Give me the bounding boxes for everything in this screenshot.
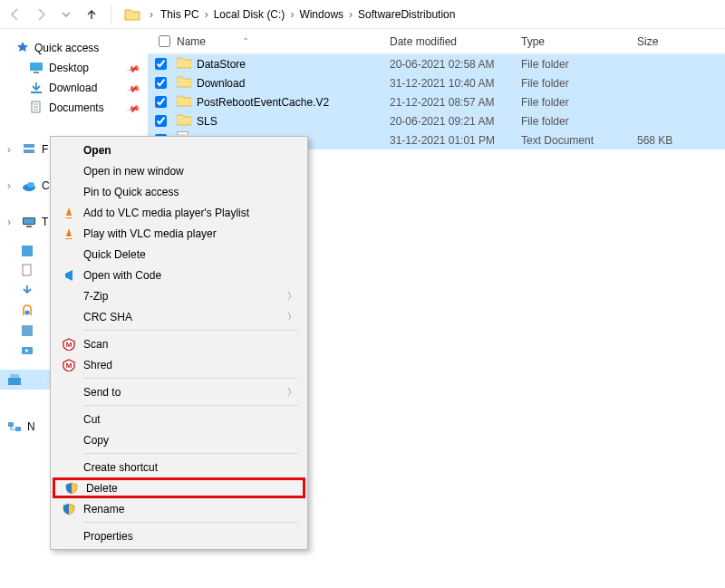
svg-rect-22 (10, 374, 19, 378)
svg-text:M: M (66, 361, 72, 370)
menu-item-add-to-vlc-media-player-s-playlist[interactable]: Add to VLC media player's Playlist (53, 202, 305, 223)
folder-icon (124, 6, 140, 23)
menu-item-crc-sha[interactable]: CRC SHA〉 (53, 306, 305, 327)
svg-rect-16 (23, 265, 31, 275)
shield-icon (63, 482, 81, 495)
menu-item-shred[interactable]: MShred (53, 354, 305, 375)
menu-item-label: Open (78, 144, 296, 157)
generic-icon (20, 284, 34, 298)
menu-item-label: 7-Zip (78, 290, 287, 303)
menu-item-play-with-vlc-media-player[interactable]: Play with VLC media player (53, 223, 305, 244)
row-checkbox[interactable] (155, 115, 167, 127)
sidebar-group-label: C (42, 179, 50, 192)
column-header-row: Name ⌃ Date modified Type Size (148, 29, 725, 54)
generic-icon (20, 244, 34, 258)
menu-item-label: Send to (78, 386, 287, 399)
select-all-checkbox[interactable] (159, 35, 170, 47)
file-type: File folder (521, 115, 630, 128)
submenu-arrow-icon: 〉 (287, 311, 296, 323)
sidebar-item-documents[interactable]: Documents📌 (0, 98, 148, 118)
generic-icon (20, 323, 34, 338)
svg-rect-14 (26, 226, 32, 227)
up-button[interactable] (80, 3, 103, 26)
menu-item-7-zip[interactable]: 7-Zip〉 (53, 285, 305, 306)
breadcrumb-item[interactable]: Local Disk (C:) (210, 5, 289, 24)
sidebar-group-label: T (42, 216, 48, 228)
chevron-right-icon: › (288, 8, 295, 21)
column-size[interactable]: Size (630, 35, 693, 48)
generic-icon (20, 264, 34, 278)
row-checkbox[interactable] (155, 58, 167, 70)
nav-row: › This PC›Local Disk (C:)›Windows›Softwa… (0, 0, 725, 29)
menu-item-open-in-new-window[interactable]: Open in new window (53, 160, 305, 181)
file-date: 20-06-2021 02:58 AM (390, 58, 521, 71)
breadcrumb-item[interactable]: SoftwareDistribution (354, 5, 459, 24)
menu-separator (83, 522, 298, 523)
svg-rect-8 (24, 144, 34, 148)
menu-item-pin-to-quick-access[interactable]: Pin to Quick access (53, 181, 305, 202)
folder-icon (177, 56, 191, 72)
folder-icon (177, 75, 191, 91)
svg-rect-1 (30, 63, 43, 71)
svg-point-17 (25, 311, 30, 315)
menu-item-open-with-code[interactable]: Open with Code (53, 265, 305, 285)
svg-rect-13 (24, 218, 34, 224)
shield-icon (60, 503, 78, 516)
svg-rect-23 (8, 422, 14, 427)
sidebar-item-desktop[interactable]: Desktop📌 (0, 58, 148, 78)
sidebar-quick-access[interactable]: Quick access (0, 38, 148, 58)
menu-item-label: Play with VLC media player (78, 227, 296, 240)
sidebar-item-download[interactable]: Download📌 (0, 78, 148, 98)
menu-item-quick-delete[interactable]: Quick Delete (53, 244, 305, 265)
menu-item-label: Rename (78, 503, 296, 516)
table-row[interactable]: Download31-12-2021 10:40 AMFile folder (148, 73, 725, 92)
desktop-icon (29, 61, 44, 75)
generic-icon (20, 343, 34, 358)
menu-item-label: Open with Code (78, 269, 296, 282)
file-name: DataStore (197, 58, 246, 71)
menu-item-send-to[interactable]: Send to〉 (53, 381, 305, 402)
menu-item-cut[interactable]: Cut (53, 409, 305, 429)
column-name[interactable]: Name (177, 35, 206, 48)
file-type: Text Document (521, 134, 630, 147)
table-row[interactable]: PostRebootEventCache.V221-12-2021 08:57 … (148, 92, 725, 111)
documents-icon (29, 101, 44, 115)
table-row[interactable]: SLS20-06-2021 09:21 AMFile folder (148, 111, 725, 130)
menu-item-label: Cut (78, 413, 296, 426)
generic-icon (20, 304, 34, 318)
submenu-arrow-icon: 〉 (287, 386, 296, 399)
menu-item-properties[interactable]: Properties (53, 525, 305, 546)
breadcrumb-item[interactable]: This PC (157, 5, 203, 24)
row-checkbox[interactable] (155, 77, 167, 89)
file-name: PostRebootEventCache.V2 (197, 96, 329, 109)
forward-button[interactable] (29, 3, 53, 26)
breadcrumb-item[interactable]: Windows (295, 5, 347, 24)
pin-icon: 📌 (126, 101, 140, 115)
quick-access-label: Quick access (34, 42, 99, 54)
menu-item-delete[interactable]: Delete (53, 477, 305, 498)
menu-item-open[interactable]: Open (53, 140, 305, 160)
back-button[interactable] (4, 3, 27, 26)
table-row[interactable]: DataStore20-06-2021 02:58 AMFile folder (148, 54, 725, 73)
svg-rect-30 (65, 216, 72, 217)
menu-item-scan[interactable]: MScan (53, 333, 305, 354)
column-type[interactable]: Type (521, 35, 630, 48)
download-icon (29, 81, 44, 95)
svg-marker-0 (17, 42, 28, 52)
menu-item-label: Copy (78, 434, 296, 447)
sidebar-network-label: N (27, 420, 35, 433)
recent-dropdown[interactable] (54, 3, 78, 26)
folder-icon (177, 113, 191, 129)
vlc-icon (60, 207, 78, 219)
menu-item-rename[interactable]: Rename (53, 498, 305, 519)
row-checkbox[interactable] (155, 96, 167, 108)
svg-rect-18 (22, 325, 33, 336)
submenu-arrow-icon: 〉 (287, 290, 296, 303)
menu-item-create-shortcut[interactable]: Create shortcut (53, 457, 305, 477)
svg-rect-2 (34, 72, 39, 73)
menu-item-copy[interactable]: Copy (53, 429, 305, 450)
column-date[interactable]: Date modified (390, 35, 521, 48)
file-date: 31-12-2021 01:01 PM (390, 134, 521, 147)
menu-item-label: Scan (78, 338, 296, 351)
distribution-icon (7, 372, 22, 387)
